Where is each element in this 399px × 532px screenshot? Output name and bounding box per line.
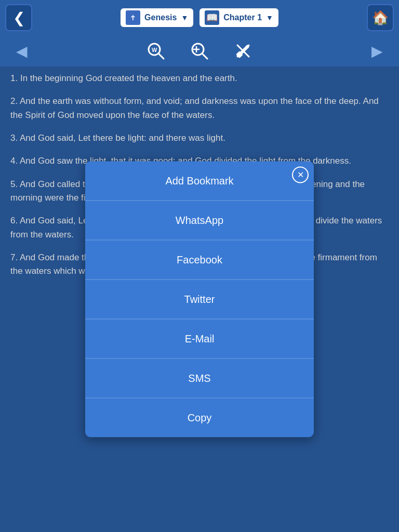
svg-line-4 xyxy=(202,54,207,59)
share-modal: ✕ Add Bookmark WhatsApp Facebook Twitter… xyxy=(85,162,314,437)
sms-button[interactable]: SMS xyxy=(85,359,314,398)
prev-arrow-icon: ◀ xyxy=(16,43,28,60)
secondary-navigation: ◀ W xyxy=(0,35,399,66)
book-selector-label: Genesis xyxy=(144,13,177,22)
settings-button[interactable] xyxy=(232,39,255,62)
wrench-icon xyxy=(233,41,253,61)
home-icon: 🏠 xyxy=(372,10,389,26)
back-button[interactable]: ❮ xyxy=(5,4,32,31)
book-icon: ✝ xyxy=(126,10,140,25)
bible-text-area: 1. In the beginning God created the heav… xyxy=(0,66,399,532)
word-search-button[interactable]: W xyxy=(144,39,167,62)
sms-label: SMS xyxy=(188,370,210,387)
next-arrow-icon: ▶ xyxy=(371,43,383,60)
chapter-chevron-icon: ▼ xyxy=(266,14,273,22)
top-navigation: ❮ ✝ Genesis ▼ 📖 Chapter 1 ▼ 🏠 xyxy=(0,0,399,35)
twitter-label: Twitter xyxy=(184,291,215,308)
tool-icons: W xyxy=(144,39,255,62)
facebook-label: Facebook xyxy=(177,252,222,268)
add-bookmark-label: Add Bookmark xyxy=(165,173,233,189)
email-button[interactable]: E-Mail xyxy=(85,320,314,359)
word-search-icon: W xyxy=(146,41,166,61)
cross-search-icon xyxy=(190,41,209,61)
next-chapter-button[interactable]: ▶ xyxy=(366,39,389,62)
copy-button[interactable]: Copy xyxy=(85,398,314,437)
book-selector[interactable]: ✝ Genesis ▼ xyxy=(121,8,193,27)
modal-close-button[interactable]: ✕ xyxy=(292,167,309,183)
book-chevron-icon: ▼ xyxy=(181,14,188,22)
back-icon: ❮ xyxy=(13,9,25,26)
email-label: E-Mail xyxy=(185,331,215,347)
chapter-selector-label: Chapter 1 xyxy=(223,13,262,22)
prev-chapter-button[interactable]: ◀ xyxy=(10,39,33,62)
add-bookmark-button[interactable]: Add Bookmark xyxy=(85,162,314,201)
home-button[interactable]: 🏠 xyxy=(367,4,394,31)
svg-line-1 xyxy=(158,54,164,59)
svg-text:W: W xyxy=(152,47,157,53)
whatsapp-button[interactable]: WhatsApp xyxy=(85,201,314,241)
nav-selectors: ✝ Genesis ▼ 📖 Chapter 1 ▼ xyxy=(121,8,278,27)
chapter-selector[interactable]: 📖 Chapter 1 ▼ xyxy=(200,8,278,27)
whatsapp-label: WhatsApp xyxy=(176,212,223,229)
chapter-icon: 📖 xyxy=(205,10,219,25)
twitter-button[interactable]: Twitter xyxy=(85,280,314,320)
close-icon: ✕ xyxy=(297,168,304,181)
facebook-button[interactable]: Facebook xyxy=(85,241,314,280)
copy-label: Copy xyxy=(188,410,212,426)
cross-search-button[interactable] xyxy=(188,39,211,62)
